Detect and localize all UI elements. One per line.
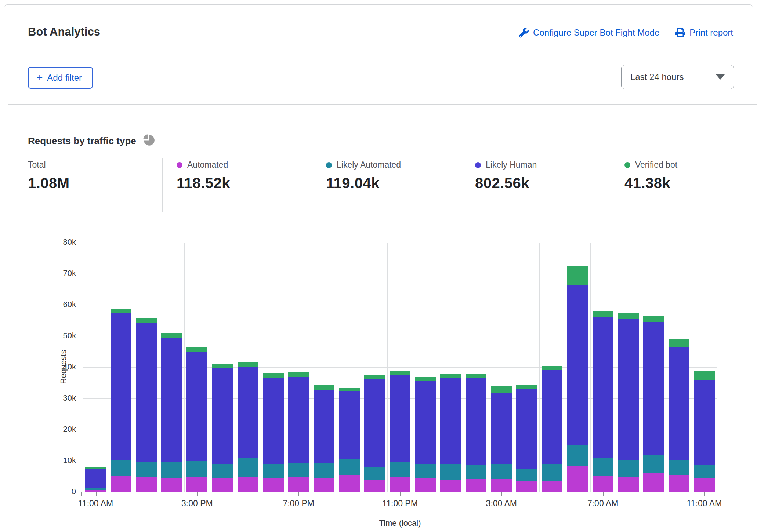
stat-label-text: Automated	[187, 160, 228, 170]
bar-segment-likely-human	[111, 313, 131, 460]
stat-divider	[162, 158, 163, 212]
bar-hour-8[interactable]	[288, 372, 309, 492]
bar-hour-15[interactable]	[466, 374, 486, 492]
bar-hour-1[interactable]	[111, 309, 131, 492]
bar-hour-14[interactable]	[440, 374, 461, 492]
bar-segment-automated	[288, 477, 309, 492]
stat-label: Automated	[177, 160, 230, 170]
bar-segment-verified-bot	[491, 386, 512, 393]
bar-segment-verified-bot	[466, 374, 486, 378]
x-tick-label: 3:00 PM	[164, 499, 230, 509]
bar-hour-24[interactable]	[694, 371, 715, 492]
x-tick	[400, 492, 401, 496]
bar-segment-likely-automated	[339, 459, 360, 475]
bar-segment-likely-automated	[288, 463, 309, 477]
bar-hour-13[interactable]	[415, 377, 436, 492]
stat-divider	[461, 158, 461, 212]
bar-segment-likely-automated	[390, 462, 410, 477]
bar-hour-22[interactable]	[643, 316, 664, 492]
bar-segment-automated	[618, 477, 639, 492]
h-gridline	[83, 305, 717, 305]
bar-hour-6[interactable]	[238, 362, 258, 492]
bar-segment-likely-automated	[694, 465, 715, 478]
bar-segment-verified-bot	[186, 347, 207, 352]
v-gridline	[235, 243, 235, 492]
bar-hour-5[interactable]	[212, 364, 233, 492]
bar-segment-likely-human	[136, 323, 157, 462]
bar-segment-likely-human	[694, 380, 715, 465]
bar-hour-18[interactable]	[542, 366, 562, 492]
v-gridline	[184, 243, 185, 492]
bar-segment-likely-automated	[466, 465, 486, 479]
pie-chart-icon	[142, 133, 155, 149]
bar-segment-likely-automated	[567, 445, 588, 467]
section-title-label: Requests by traffic type	[28, 135, 136, 147]
bar-hour-20[interactable]	[593, 311, 613, 492]
bar-segment-likely-automated	[618, 460, 639, 477]
bar-segment-verified-bot	[542, 366, 562, 370]
bar-hour-21[interactable]	[618, 313, 639, 492]
bar-segment-likely-automated	[263, 464, 284, 478]
header-divider	[8, 104, 757, 105]
stat-total: Total1.08M	[28, 160, 70, 192]
print-report-link[interactable]: Print report	[675, 28, 733, 38]
bar-hour-19[interactable]	[567, 266, 588, 492]
bar-segment-automated	[694, 478, 715, 492]
stat-value: 802.56k	[475, 175, 537, 192]
add-filter-button[interactable]: + Add filter	[28, 67, 93, 89]
bar-segment-automated	[314, 478, 334, 492]
x-tick-label: 11:00 PM	[367, 499, 433, 509]
bar-segment-verified-bot	[111, 309, 131, 313]
bar-hour-23[interactable]	[669, 339, 689, 492]
v-gridline	[641, 243, 641, 492]
x-tick	[197, 492, 198, 496]
configure-super-bot-fight-mode-link[interactable]: Configure Super Bot Fight Mode	[519, 28, 659, 38]
y-tick-label: 20k	[43, 424, 76, 434]
bar-hour-3[interactable]	[161, 333, 182, 492]
bar-segment-likely-human	[390, 375, 410, 462]
bar-hour-9[interactable]	[314, 385, 334, 492]
bar-hour-7[interactable]	[263, 373, 284, 492]
bar-hour-11[interactable]	[364, 375, 385, 492]
time-range-value: Last 24 hours	[630, 72, 684, 82]
bar-segment-likely-automated	[314, 463, 334, 478]
bar-hour-0[interactable]	[85, 467, 106, 492]
bar-segment-likely-automated	[643, 455, 664, 473]
v-gridline	[489, 243, 489, 492]
bar-hour-4[interactable]	[186, 347, 207, 492]
bar-hour-10[interactable]	[339, 388, 360, 492]
bar-segment-verified-bot	[136, 318, 157, 324]
bar-segment-automated	[516, 481, 537, 492]
x-tick	[704, 492, 705, 496]
section-title: Requests by traffic type	[28, 133, 155, 149]
stat-value: 119.04k	[326, 175, 401, 192]
bar-segment-automated	[466, 479, 486, 492]
stat-label-text: Total	[28, 160, 46, 170]
bar-hour-12[interactable]	[390, 371, 410, 492]
bar-segment-likely-automated	[186, 461, 207, 477]
bar-segment-automated	[440, 480, 461, 492]
bar-segment-likely-automated	[364, 467, 385, 480]
time-range-select[interactable]: Last 24 hours	[621, 65, 734, 89]
v-gridline	[539, 243, 540, 492]
bar-segment-likely-automated	[593, 458, 613, 476]
bar-segment-likely-automated	[415, 464, 436, 478]
bar-segment-likely-automated	[516, 469, 537, 481]
stat-divider	[311, 158, 311, 212]
bar-segment-verified-bot	[390, 371, 410, 375]
bar-segment-verified-bot	[440, 374, 461, 378]
bar-segment-likely-automated	[491, 464, 512, 480]
bar-segment-verified-bot	[364, 375, 385, 379]
bar-segment-likely-human	[643, 322, 664, 455]
bar-segment-likely-human	[491, 393, 512, 464]
bar-segment-automated	[111, 476, 131, 492]
bar-hour-16[interactable]	[491, 386, 512, 492]
legend-dot-icon	[475, 162, 481, 168]
bar-segment-likely-human	[618, 319, 639, 460]
legend-dot-icon	[326, 162, 332, 168]
bar-segment-likely-human	[466, 378, 486, 465]
bar-segment-verified-bot	[643, 316, 664, 322]
bar-segment-automated	[238, 477, 258, 492]
bar-hour-2[interactable]	[136, 318, 157, 492]
bar-hour-17[interactable]	[516, 385, 537, 492]
